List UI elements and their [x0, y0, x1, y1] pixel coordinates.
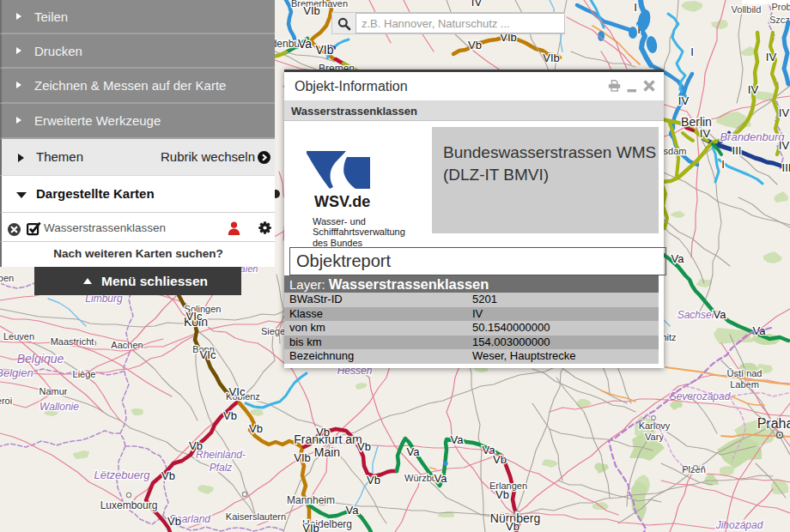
svg-text:IV: IV — [779, 106, 790, 119]
svg-text:IV: IV — [748, 83, 759, 96]
svg-text:VIb: VIb — [294, 451, 311, 464]
svg-text:Maastricht: Maastricht — [51, 336, 94, 347]
svg-text:Vb: Vb — [495, 488, 509, 501]
svg-text:VIc: VIc — [229, 385, 246, 398]
svg-text:IV: IV — [471, 0, 483, 9]
svg-text:Brandenburg: Brandenburg — [720, 130, 785, 143]
svg-text:Sachsen: Sachsen — [678, 309, 718, 321]
svg-text:Vb: Vb — [468, 39, 482, 51]
svg-text:Vollbild: Vollbild — [732, 4, 762, 15]
svg-text:VIb: VIb — [315, 43, 333, 57]
svg-text:pen: pen — [0, 273, 14, 283]
svg-text:Mannheim: Mannheim — [287, 494, 335, 506]
svg-text:Karlovy: Karlovy — [639, 420, 671, 431]
svg-text:Va: Va — [672, 252, 685, 265]
svg-text:sdam: sdam — [664, 146, 687, 156]
svg-text:Prob: Prob — [771, 2, 790, 12]
svg-text:Vb: Vb — [316, 426, 330, 438]
svg-text:Kaiserslautern: Kaiserslautern — [226, 511, 286, 522]
svg-text:Vb: Vb — [506, 520, 520, 532]
svg-text:Va: Va — [714, 308, 727, 321]
svg-text:I: I — [634, 1, 637, 14]
svg-text:Va: Va — [346, 504, 360, 517]
svg-text:Pfalz: Pfalz — [210, 462, 233, 474]
svg-text:Va: Va — [451, 433, 465, 446]
svg-text:Labem: Labem — [730, 379, 759, 390]
svg-text:I: I — [721, 158, 725, 171]
svg-text:Vb: Vb — [249, 422, 263, 435]
svg-text:Siege: Siege — [261, 326, 285, 336]
svg-text:Vb: Vb — [189, 439, 203, 452]
svg-text:Vb: Vb — [167, 515, 181, 528]
svg-text:Namur: Namur — [39, 386, 67, 396]
svg-text:III: III — [782, 161, 790, 174]
svg-text:eroi: eroi — [0, 396, 12, 406]
svg-text:Va: Va — [434, 472, 448, 485]
svg-text:IV: IV — [779, 139, 790, 152]
svg-text:Main: Main — [314, 445, 340, 459]
svg-text:III: III — [732, 144, 742, 157]
svg-text:Vb: Vb — [367, 474, 380, 487]
svg-text:Rheinland-: Rheinland- — [196, 449, 246, 461]
svg-text:Belgien: Belgien — [0, 366, 33, 379]
svg-text:VIb: VIb — [303, 4, 320, 17]
svg-text:I: I — [690, 45, 694, 58]
svg-text:Vb: Vb — [223, 409, 237, 422]
svg-text:VIc: VIc — [186, 310, 203, 323]
svg-text:Ústí nad: Ústí nad — [727, 368, 763, 378]
svg-text:Lëtzebuerg: Lëtzebuerg — [94, 469, 150, 481]
svg-text:IV: IV — [678, 94, 690, 107]
svg-text:Liège: Liège — [73, 369, 96, 379]
svg-text:Jihozápad: Jihozápad — [715, 519, 763, 531]
svg-text:Vb: Vb — [161, 469, 175, 482]
svg-text:VIc: VIc — [200, 348, 216, 361]
svg-text:hitz: hitz — [661, 332, 676, 342]
svg-text:Würzbu: Würzbu — [404, 473, 437, 483]
svg-text:VIb: VIb — [302, 522, 319, 532]
svg-text:IV: IV — [766, 51, 777, 63]
svg-text:Vb: Vb — [357, 440, 371, 453]
svg-text:Va: Va — [407, 445, 421, 458]
svg-text:Wallonie: Wallonie — [40, 401, 79, 413]
svg-text:Vary: Vary — [645, 432, 664, 442]
svg-text:Luxembourg: Luxembourg — [100, 499, 158, 511]
svg-text:Va: Va — [298, 37, 312, 51]
svg-text:IV: IV — [700, 127, 711, 140]
